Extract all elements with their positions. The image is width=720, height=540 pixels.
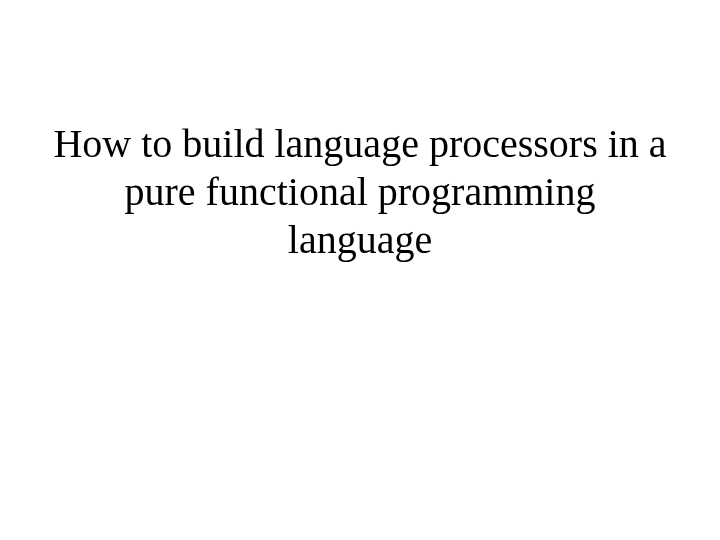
slide-container: How to build language processors in a pu… xyxy=(0,0,720,540)
slide-title: How to build language processors in a pu… xyxy=(50,120,670,264)
